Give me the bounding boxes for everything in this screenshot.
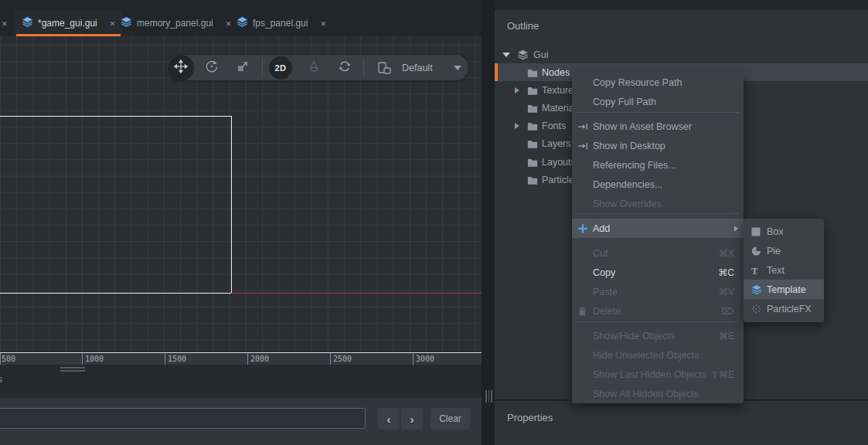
menu-item-label: Show Overrides	[593, 199, 662, 209]
perspective-button[interactable]	[308, 59, 321, 76]
submenu-item-label: ParticleFX	[767, 304, 812, 314]
submenu-item-label: Pie	[767, 246, 781, 256]
tree-item-label: Nodes	[542, 67, 570, 78]
ruler-tick	[82, 353, 83, 365]
menu-item-label: Referencing Files...	[593, 160, 676, 171]
submenu-item-label: Text	[767, 265, 785, 276]
move-tool-button[interactable]	[168, 55, 194, 81]
search-input[interactable]	[0, 408, 366, 429]
ruler-tick	[413, 353, 414, 365]
chevron-right-icon: ›	[410, 413, 414, 426]
particlefx-icon	[751, 304, 761, 314]
properties-title: Properties	[507, 412, 553, 423]
clear-button[interactable]: Clear	[431, 408, 470, 430]
submenu-item-particlefx[interactable]: ParticleFX	[744, 299, 824, 318]
reset-camera-button[interactable]	[339, 59, 352, 76]
menu-item-show-in-asset-browser[interactable]: Show in Asset Browser	[572, 117, 744, 136]
menu-item-show-in-desktop[interactable]: Show in Desktop	[572, 136, 744, 155]
menu-shortcut: ⇧⌘E	[711, 369, 734, 380]
gui-scene-icon	[517, 49, 529, 60]
move-icon	[174, 59, 188, 76]
horizontal-splitter-grip[interactable]	[60, 367, 85, 373]
close-icon[interactable]: ×	[2, 10, 8, 36]
menu-item-show-hide-objects: Show/Hide Objects ⌘E	[572, 326, 744, 345]
folder-icon	[527, 157, 538, 167]
ruler-label: 1500	[168, 355, 186, 363]
menu-shortcut: ⌘X	[719, 248, 734, 259]
submenu-item-pie[interactable]: Pie	[744, 241, 824, 260]
rotate-tool-button[interactable]	[206, 59, 219, 76]
perspective-cone-icon	[308, 59, 321, 76]
template-icon	[751, 284, 762, 295]
chevron-down-icon[interactable]	[502, 53, 510, 57]
ruler-label: 1000	[85, 355, 104, 363]
menu-item-label: Show Last Hidden Objects	[593, 369, 706, 380]
menu-item-label: Hide Unselected Objects	[593, 350, 700, 361]
menu-item-show-last-hidden: Show Last Hidden Objects ⇧⌘E	[572, 365, 744, 384]
folder-icon	[527, 103, 538, 113]
tree-item-label: Gui	[533, 49, 548, 60]
tab-label: memory_panel.gui	[137, 18, 213, 29]
camera-profile-dropdown[interactable]	[454, 66, 461, 70]
menu-item-copy-resource-path[interactable]: Copy Resource Path	[572, 73, 744, 92]
submenu-item-label: Template	[767, 284, 806, 295]
template-icon	[121, 16, 132, 30]
submenu-item-text[interactable]: T Text	[744, 260, 824, 280]
folder-icon	[527, 175, 538, 185]
scale-tool-button[interactable]	[237, 59, 250, 76]
box-icon	[751, 227, 761, 236]
x-axis-line	[231, 293, 482, 294]
scale-icon	[237, 59, 250, 76]
menu-item-dependencies[interactable]: Dependencies...	[572, 175, 744, 194]
menu-item-label: Delete	[593, 306, 621, 317]
tab-game-gui[interactable]: *game_gui.gui ×	[14, 10, 123, 36]
next-match-button[interactable]: ›	[401, 408, 423, 430]
template-icon	[22, 16, 33, 30]
folder-icon	[527, 85, 538, 95]
menu-item-label: Show All Hidden Objects	[593, 389, 699, 399]
menu-separator	[576, 213, 740, 214]
menu-shortcut: ⌘E	[719, 331, 734, 341]
tab-label: *game_gui.gui	[38, 18, 97, 29]
menu-shortcut: ⌘C	[718, 267, 734, 278]
rotate-icon	[206, 59, 219, 76]
menu-item-label: Show in Asset Browser	[593, 121, 692, 132]
menu-item-copy-full-path[interactable]: Copy Full Path	[572, 92, 744, 111]
prev-match-button[interactable]: ‹	[378, 408, 400, 430]
menu-item-add[interactable]: Add	[572, 219, 744, 238]
ruler-label: 3000	[416, 355, 434, 363]
reset-camera-icon	[339, 59, 352, 76]
tree-item-label: Fonts	[542, 121, 566, 131]
menu-item-referencing-files[interactable]: Referencing Files...	[572, 155, 744, 175]
chevron-right-icon[interactable]	[515, 123, 519, 129]
menu-item-label: Paste	[593, 287, 618, 297]
pie-icon	[751, 246, 761, 256]
plus-icon	[577, 223, 588, 234]
tab-fps-panel[interactable]: fps_panel.gui ×	[229, 10, 334, 36]
submenu-item-box[interactable]: Box	[744, 222, 824, 241]
device-orientation-icon	[376, 61, 392, 75]
scene-viewport[interactable]: 2D Default	[0, 36, 482, 352]
close-icon[interactable]: ×	[320, 19, 326, 29]
submenu-item-template[interactable]: Template	[744, 280, 824, 299]
menu-item-label: Add	[593, 223, 610, 234]
tree-item-gui[interactable]: Gui	[495, 46, 868, 63]
menu-item-label: Copy	[593, 267, 615, 278]
tab-memory-panel[interactable]: memory_panel.gui ×	[113, 10, 239, 36]
2d-mode-button[interactable]: 2D	[269, 56, 292, 80]
horizontal-ruler: 500 1000 1500 2000 2500 3000	[0, 352, 482, 365]
vertical-splitter-grip[interactable]	[485, 390, 492, 403]
chevron-right-icon[interactable]	[515, 87, 519, 93]
chevron-left-icon: ‹	[387, 413, 391, 426]
menu-item-label: Cut	[593, 248, 608, 259]
menu-separator	[576, 112, 740, 113]
camera-profile-label: Default	[402, 63, 433, 73]
ruler-label: 2000	[250, 355, 269, 363]
tree-item-label: Layouts	[542, 157, 576, 168]
ruler-tick	[165, 353, 165, 365]
text-icon: T	[751, 265, 758, 275]
trash-icon	[577, 306, 587, 316]
menu-item-copy[interactable]: Copy ⌘C	[572, 263, 744, 282]
gui-bounds-rect	[0, 116, 232, 294]
folder-icon	[527, 67, 538, 77]
